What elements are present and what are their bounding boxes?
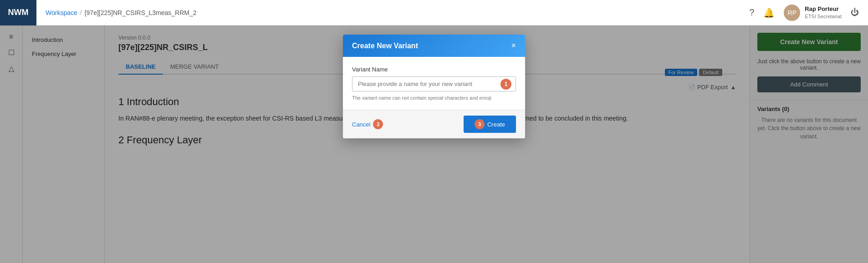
cancel-label: Cancel <box>352 121 370 128</box>
modal-footer: Cancel 2 3 Create <box>343 110 525 138</box>
logo[interactable]: NWM <box>0 0 36 25</box>
user-info[interactable]: RP Rap Porteur ETSI Secretariat <box>784 5 842 21</box>
create-label: Create <box>487 121 505 128</box>
modal: Create New Variant × Variant Name 1 The … <box>343 35 525 138</box>
modal-hint: The variant name can not contain special… <box>352 95 516 101</box>
breadcrumb-workspace[interactable]: Workspace <box>46 9 77 16</box>
create-step-badge: 3 <box>475 119 485 129</box>
variant-name-input[interactable] <box>352 76 516 91</box>
top-nav: NWM Workspace / [97e][225]NR_CSIRS_L3mea… <box>0 0 868 25</box>
modal-overlay: Create New Variant × Variant Name 1 The … <box>0 25 868 263</box>
power-icon[interactable]: ⏻ <box>851 8 859 17</box>
user-name: Rap Porteur <box>805 5 842 13</box>
input-wrapper: 1 <box>352 76 516 91</box>
user-role: ETSI Secretariat <box>805 13 842 20</box>
bell-icon[interactable]: 🔔 <box>763 7 775 18</box>
cancel-step-badge: 2 <box>373 119 383 129</box>
cancel-button[interactable]: Cancel 2 <box>352 119 383 129</box>
main-layout: ≡ ☐ △ Introduction Frequency Layer Versi… <box>0 25 868 263</box>
modal-close-button[interactable]: × <box>511 41 516 51</box>
create-button[interactable]: 3 Create <box>464 116 516 133</box>
modal-body: Variant Name 1 The variant name can not … <box>343 57 525 110</box>
breadcrumb-separator: / <box>80 9 82 16</box>
breadcrumb: Workspace / [97e][225]NR_CSIRS_L3meas_RR… <box>36 9 749 16</box>
modal-header: Create New Variant × <box>343 35 525 57</box>
nav-right: ? 🔔 RP Rap Porteur ETSI Secretariat ⏻ <box>749 5 868 21</box>
avatar: RP <box>784 5 800 21</box>
user-text: Rap Porteur ETSI Secretariat <box>805 5 842 20</box>
breadcrumb-current: [97e][225]NR_CSIRS_L3meas_RRM_2 <box>85 9 197 16</box>
help-icon[interactable]: ? <box>749 7 754 18</box>
modal-label: Variant Name <box>352 66 516 73</box>
input-step-badge: 1 <box>500 79 511 90</box>
modal-title: Create New Variant <box>352 42 418 50</box>
